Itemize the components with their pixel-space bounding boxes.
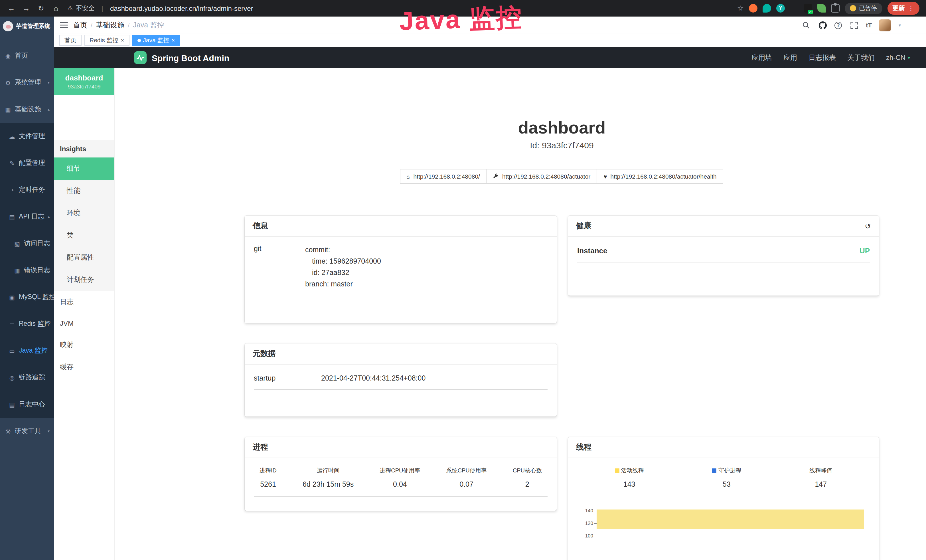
dashboard-icon: ◉: [5, 52, 11, 59]
sba-item-config-props[interactable]: 配置属性: [54, 247, 114, 269]
sba-item-mappings[interactable]: 映射: [54, 334, 114, 356]
tools-icon: ⚒: [5, 428, 11, 434]
sba-item-details[interactable]: 细节: [54, 157, 114, 180]
paused-badge[interactable]: 已暂停: [845, 3, 882, 14]
sidebar-item-access-log[interactable]: ▧ 访问日志: [0, 230, 54, 257]
process-table: 进程ID 5261 运行时间 6d 23h 15m 59s: [254, 466, 548, 497]
legend-peak-threads: 线程峰值 147: [809, 467, 832, 488]
document-icon: ▤: [9, 213, 15, 220]
layers-icon: ≣: [9, 320, 15, 327]
sba-nav-journal[interactable]: 日志报表: [808, 53, 836, 62]
tab-redis-monitor[interactable]: Redis 监控 ×: [85, 35, 129, 45]
sidebar-fold-icon[interactable]: [60, 22, 68, 29]
bookmark-star-icon[interactable]: ☆: [737, 4, 744, 12]
security-chip[interactable]: ⚠ 不安全: [67, 4, 95, 12]
tabs-bar: 首页 Redis 监控 × Java 监控 ×: [54, 34, 926, 47]
spring-boot-admin: Spring Boot Admin 应用墙 应用 日志报表 关于我们 zh-CN…: [54, 47, 926, 560]
instance-id: 93a3fc7f7409: [68, 83, 100, 89]
extension-icon-y[interactable]: Y: [776, 4, 785, 12]
cloud-icon: ☁: [9, 133, 15, 139]
infra-icon: ▦: [5, 106, 11, 113]
instance-link-health[interactable]: ♥ http://192.168.0.2:48080/actuator/heal…: [597, 169, 723, 184]
reload-icon[interactable]: ↻: [36, 4, 45, 12]
instance-link-actuator[interactable]: http://192.168.0.2:48080/actuator: [486, 169, 597, 184]
sidebar-item-trace[interactable]: ◎ 链路追踪: [0, 364, 54, 391]
font-size-icon[interactable]: tT: [866, 22, 872, 29]
user-avatar[interactable]: [879, 19, 891, 31]
sba-sidebar: dashboard 93a3fc7f7409 Insights 细节 性能 环境…: [54, 68, 115, 560]
threads-chart-plot: [597, 508, 864, 560]
sidebar-item-log-center[interactable]: ▤ 日志中心: [0, 391, 54, 418]
sidebar-item-dev-tools[interactable]: ⚒ 研发工具 ▾: [0, 418, 54, 445]
extension-icon-grid[interactable]: [790, 4, 799, 12]
breadcrumb-current: Java 监控: [133, 20, 164, 30]
clock-icon: ◔: [9, 186, 15, 193]
info-card: 信息 git commit: time: 1596289704000 id: 2…: [245, 216, 557, 323]
sba-nav-wallboard[interactable]: 应用墙: [752, 53, 772, 62]
sidebar-item-system[interactable]: ⚙ 系统管理 ▾: [0, 69, 54, 96]
forward-icon[interactable]: →: [22, 4, 31, 12]
app-logo[interactable]: 芋道管理系统: [0, 17, 54, 35]
instance-link-home[interactable]: ⌂ http://192.168.0.2:48080/: [399, 169, 487, 184]
process-card-title: 进程: [253, 442, 268, 453]
search-icon[interactable]: [801, 21, 811, 30]
health-row-label: Instance: [577, 247, 607, 255]
sba-item-logs[interactable]: 日志: [54, 291, 114, 313]
sba-group-insights: Insights: [54, 140, 114, 157]
legend-daemon-threads: 守护进程 53: [712, 467, 741, 488]
instance-title: dashboard: [245, 118, 879, 138]
sba-item-scheduled-tasks[interactable]: 计划任务: [54, 269, 114, 291]
tab-home[interactable]: 首页: [59, 35, 82, 45]
sba-nav-about[interactable]: 关于我们: [847, 53, 875, 62]
sba-brand[interactable]: Spring Boot Admin: [152, 53, 229, 62]
extension-icon-drop[interactable]: [763, 4, 771, 12]
close-icon[interactable]: ×: [171, 37, 175, 43]
spring-boot-admin-logo-icon[interactable]: [134, 51, 147, 64]
home-icon[interactable]: ⌂: [51, 4, 61, 12]
edit-icon: ✎: [9, 159, 15, 166]
sidebar-item-error-log[interactable]: ▥ 错误日志: [0, 257, 54, 283]
metadata-row-label: startup: [254, 374, 321, 382]
tab-java-monitor[interactable]: Java 监控 ×: [132, 35, 180, 45]
breadcrumb-home[interactable]: 首页: [73, 20, 87, 30]
sba-item-caches[interactable]: 缓存: [54, 356, 114, 378]
chevron-up-icon: ▴: [48, 107, 50, 112]
history-icon[interactable]: ↺: [865, 222, 871, 230]
sidebar-item-infra[interactable]: ▦ 基础设施 ▴: [0, 96, 54, 123]
sidebar-item-mysql-monitor[interactable]: ▣ MySQL 监控: [0, 283, 54, 310]
extensions-puzzle-icon[interactable]: [831, 4, 840, 12]
help-icon[interactable]: ?: [834, 21, 842, 29]
threads-card-title: 线程: [576, 442, 592, 453]
sba-item-classes[interactable]: 类: [54, 224, 114, 247]
git-time-line: time: 1596289704000: [305, 256, 381, 267]
caret-down-icon[interactable]: ▾: [899, 23, 901, 28]
locale-select[interactable]: zh-CN ▾: [886, 54, 910, 62]
sidebar-item-files[interactable]: ☁ 文件管理: [0, 123, 54, 150]
update-button[interactable]: 更新 ⋮: [887, 2, 919, 15]
breadcrumb-infra[interactable]: 基础设施: [96, 20, 124, 30]
close-icon[interactable]: ×: [121, 37, 124, 43]
sidebar-item-jobs[interactable]: ◔ 定时任务: [0, 176, 54, 203]
heart-icon: ♥: [604, 173, 607, 179]
sidebar-item-home[interactable]: ◉ 首页: [0, 42, 54, 69]
on-badge: on: [808, 10, 813, 14]
back-icon[interactable]: ←: [7, 4, 16, 12]
threads-chart: 140 120 100: [577, 508, 870, 560]
metadata-startup-row: startup 2021-04-27T00:44:31.254+08:00: [254, 372, 548, 390]
sidebar-item-java-monitor[interactable]: ▭ Java 监控: [0, 337, 54, 364]
extension-icon-orange[interactable]: [749, 4, 758, 12]
sba-item-jvm[interactable]: JVM: [54, 313, 114, 334]
github-icon[interactable]: [818, 21, 827, 30]
extension-icon-leaf[interactable]: [817, 4, 826, 12]
sidebar-item-api-log[interactable]: ▤ API 日志 ▴: [0, 203, 54, 230]
info-git-row: git commit: time: 1596289704000 id: 27aa…: [254, 244, 548, 297]
sba-item-environment[interactable]: 环境: [54, 202, 114, 224]
sidebar-item-config[interactable]: ✎ 配置管理: [0, 150, 54, 176]
chevron-down-icon: ▾: [48, 429, 50, 433]
sba-nav-applications[interactable]: 应用: [784, 53, 797, 62]
extension-icon-tampermonkey[interactable]: on: [803, 4, 812, 12]
sidebar-item-redis-monitor[interactable]: ≣ Redis 监控: [0, 310, 54, 337]
sba-item-metrics[interactable]: 性能: [54, 180, 114, 202]
url-text[interactable]: dashboard.yudao.iocoder.cn/infra/admin-s…: [110, 4, 253, 12]
fullscreen-icon[interactable]: [849, 21, 858, 30]
